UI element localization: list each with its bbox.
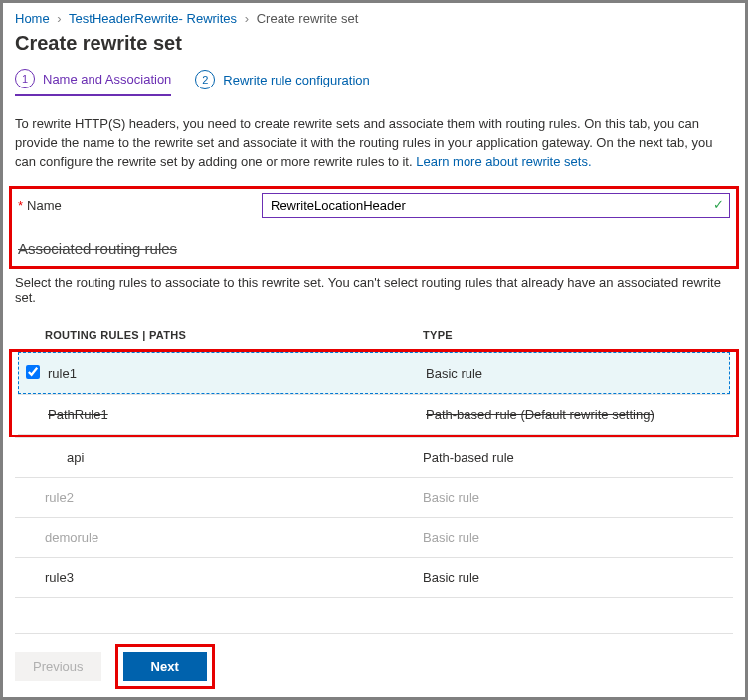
row-type: Basic rule [423, 570, 733, 585]
step-number-icon: 2 [195, 70, 215, 89]
table-row[interactable]: api Path-based rule [15, 438, 733, 477]
table-header: ROUTING RULES | PATHS TYPE [15, 323, 733, 349]
breadcrumb-current: Create rewrite set [257, 11, 359, 26]
required-icon: * [18, 198, 23, 213]
breadcrumb-mid[interactable]: TestHeaderRewrite- Rewrites [69, 11, 237, 26]
name-label: *Name [18, 198, 262, 213]
row-name: rule3 [45, 570, 423, 585]
next-button[interactable]: Next [123, 652, 207, 681]
row-name: api [45, 450, 423, 465]
description-text: To rewrite HTTP(S) headers, you need to … [15, 115, 733, 172]
col-type: TYPE [423, 329, 733, 341]
tab-rewrite-rule-config[interactable]: 2 Rewrite rule configuration [195, 70, 369, 95]
previous-button: Previous [15, 652, 101, 681]
highlight-next: Next [115, 644, 215, 689]
learn-more-link[interactable]: Learn more about rewrite sets. [416, 154, 591, 169]
highlight-name-section: *Name ✓ Associated routing rules [9, 186, 739, 269]
tab-label: Name and Association [43, 72, 171, 87]
row-name: PathRule1 [48, 407, 426, 422]
row-type: Path-based rule (Default rewrite setting… [426, 407, 730, 422]
valid-check-icon: ✓ [713, 197, 724, 212]
tab-name-association[interactable]: 1 Name and Association [15, 69, 171, 96]
table-row[interactable]: PathRule1 Path-based rule (Default rewri… [18, 394, 730, 435]
row-type: Path-based rule [423, 450, 733, 465]
col-routing-rules: ROUTING RULES | PATHS [45, 329, 423, 341]
row-name: rule1 [48, 366, 426, 381]
table-row[interactable]: rule1 Basic rule [18, 352, 730, 394]
highlight-rows: rule1 Basic rule PathRule1 Path-based ru… [9, 349, 739, 438]
breadcrumb-home[interactable]: Home [15, 11, 50, 26]
step-number-icon: 1 [15, 69, 35, 88]
associated-rules-heading: Associated routing rules [18, 240, 730, 257]
table-row: demorule Basic rule [15, 517, 733, 557]
row-name: rule2 [45, 490, 423, 505]
tab-label: Rewrite rule configuration [223, 73, 369, 88]
row-name: demorule [45, 530, 423, 545]
associated-rules-subtext: Select the routing rules to associate to… [15, 275, 733, 305]
page-title: Create rewrite set [15, 32, 733, 55]
table-row: rule2 Basic rule [15, 477, 733, 517]
table-row[interactable]: rule3 Basic rule [15, 557, 733, 598]
breadcrumb: Home › TestHeaderRewrite- Rewrites › Cre… [15, 11, 733, 26]
chevron-right-icon: › [57, 11, 61, 26]
row-type: Basic rule [426, 366, 730, 381]
row-checkbox[interactable] [26, 365, 40, 379]
row-type: Basic rule [423, 530, 733, 545]
name-input[interactable] [262, 193, 730, 218]
wizard-tabs: 1 Name and Association 2 Rewrite rule co… [15, 69, 733, 97]
row-type: Basic rule [423, 490, 733, 505]
chevron-right-icon: › [245, 11, 249, 26]
footer: Previous Next [15, 633, 733, 689]
